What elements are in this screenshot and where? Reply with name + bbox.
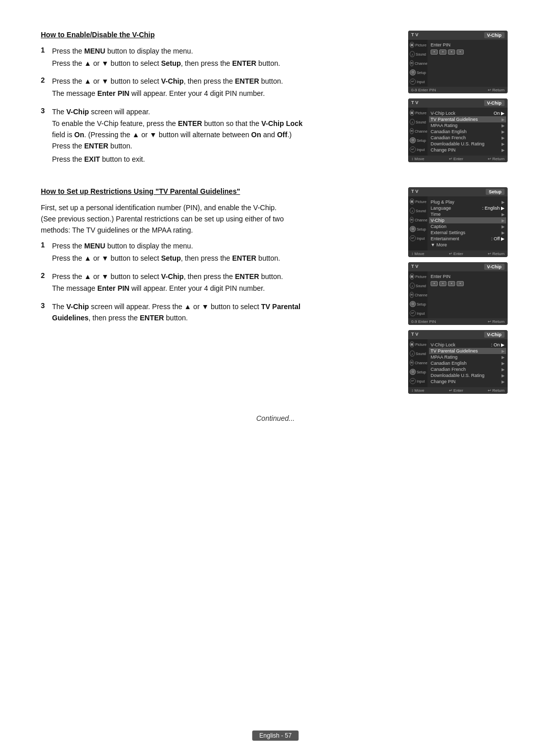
sidebar-label-picture-5: Picture: [415, 343, 427, 346]
tv-sidebar-2: ▣ Picture ♪ Sound ≋ Channel ⚙: [408, 108, 428, 156]
step-1-1: 1 Press the MENU button to display the m…: [41, 46, 393, 70]
menu-arrow-tvparental5: ▶: [502, 349, 505, 354]
sidebar-sound-5: ♪ Sound: [410, 350, 426, 357]
step2-text-3: The V-Chip screen will appear. Press the…: [52, 301, 393, 324]
menu-row-downloadable5: Downloadable U.S. Rating ▶: [431, 372, 505, 379]
sidebar-label-picture: Picture: [415, 43, 427, 47]
sidebar-sound-4: ♪ Sound: [410, 283, 426, 289]
menu-label-tvparental5: TV Parental Guidelines: [431, 348, 478, 354]
sidebar-input-3: ↵ Input: [410, 235, 426, 241]
tv-screen-5-main: V-Chip Lock : On ▶ TV Parental Guideline…: [428, 339, 508, 387]
sidebar-channel: ≋ Channel: [410, 60, 426, 66]
pin-dot-4: *: [457, 49, 464, 55]
tv-screen-1-main: Enter PIN * * * *: [428, 40, 508, 87]
sidebar-label-picture-3: Picture: [415, 200, 427, 204]
menu-row-canenglish5: Canadian English ▶: [431, 360, 505, 366]
sound-icon-4: ♪: [410, 283, 415, 289]
menu-label-canfrench5: Canadian French: [431, 367, 466, 372]
sidebar-picture-2: ▣ Picture: [410, 110, 426, 116]
footer-right-4: ↩ Return: [488, 319, 505, 324]
step-number-1: 1: [41, 46, 52, 54]
sound-icon-5: ♪: [410, 350, 415, 357]
tv-screen-1-body: ▣ Picture ♪ Sound ≋ Channel ⚙: [408, 40, 508, 87]
sidebar-label-setup-2: Setup: [417, 139, 426, 142]
tv-screen-4-main: Enter PIN * * * *: [428, 271, 508, 318]
tv-screen-1-header: T V V-Chip: [408, 31, 508, 40]
step-2-1: 1 Press the MENU button to display the m…: [41, 241, 393, 265]
sidebar-picture: ▣ Picture: [410, 42, 426, 48]
sidebar-label-channel: Channel: [415, 62, 428, 65]
tv-screen-2: T V V-Chip ▣ Picture ♪ Sound: [408, 98, 508, 162]
menu-label-canenglish: Canadian English: [431, 129, 467, 134]
channel-icon-4: ≋: [410, 292, 414, 298]
tv-screen-4: T V V-Chip ▣ Picture ♪ Sound: [408, 262, 508, 325]
menu-row-language: Language : English ▶: [431, 205, 505, 211]
menu-arrow-mpaa: ▶: [502, 123, 505, 128]
tv-screen-4-body: ▣ Picture ♪ Sound ≋ Channel ⚙: [408, 271, 508, 318]
tv-main-title-1: Enter PIN: [431, 42, 505, 47]
menu-label-changepin: Change PIN: [431, 147, 456, 153]
menu-arrow-plugplay: ▶: [502, 200, 505, 205]
menu-label-entertainment: Entertainment: [431, 236, 459, 241]
sidebar-label-input-4: Input: [417, 312, 425, 315]
channel-icon-3: ≋: [410, 217, 414, 223]
pin-dot-4-2: *: [439, 281, 446, 286]
section2-screenshots: T V Setup ▣ Picture ♪ Sound: [408, 187, 510, 394]
sidebar-input: ↵ Input: [410, 79, 426, 85]
step2-text-2: Press the ▲ or ▼ button to select V-Chip…: [52, 271, 393, 295]
menu-row-plugplay: Plug & Play ▶: [431, 199, 505, 205]
tv-sidebar-4: ▣ Picture ♪ Sound ≋ Channel ⚙: [408, 271, 428, 318]
setup-icon-2: ⚙: [410, 137, 416, 143]
tv-screen-3-main: Plug & Play ▶ Language : English ▶ Time …: [428, 196, 508, 250]
menu-arrow-downloadable: ▶: [502, 142, 505, 146]
sidebar-input-2: ↵ Input: [410, 146, 426, 153]
menu-label-vchiplock: V-Chip Lock: [431, 111, 456, 116]
menu-arrow-canfrench: ▶: [502, 136, 505, 140]
tv-screen-5-footer: ↕ Move ↵ Enter ↩ Return: [408, 387, 508, 394]
step-1-3: 3 The V-Chip screen will appear. To enab…: [41, 107, 393, 166]
pin-dot-3: *: [448, 49, 455, 55]
tv-label-2: T V: [411, 100, 418, 106]
section2-intro: First, set up a personal identification …: [41, 203, 393, 236]
tv-title-3: Setup: [486, 189, 505, 195]
sidebar-label-sound: Sound: [416, 53, 426, 56]
sidebar-label-sound-4: Sound: [416, 284, 426, 288]
input-icon-4: ↵: [410, 310, 416, 316]
tv-main-title-4: Enter PIN: [431, 274, 505, 279]
menu-label-mpaa5: MPAA Rating: [431, 355, 458, 360]
menu-label-time: Time: [431, 212, 441, 217]
tv-screen-2-footer: ↕ Move ↵ Enter ↩ Return: [408, 156, 508, 162]
footer-right-2: ↩ Return: [488, 157, 505, 161]
sidebar-label-setup-3: Setup: [417, 228, 426, 231]
tv-screen-2-main: V-Chip Lock On ▶ TV Parental Guidelines …: [428, 108, 508, 156]
picture-icon-5: ▣: [410, 341, 414, 347]
sidebar-picture-5: ▣ Picture: [410, 341, 426, 347]
section1: How to Enable/Disable the V-Chip 1 Press…: [41, 31, 510, 172]
footer-left-1: 0-9 Enter PIN: [411, 88, 436, 92]
step-text-2: Press the ▲ or ▼ button to select V-Chip…: [52, 76, 393, 100]
menu-row-canenglish: Canadian English ▶: [431, 129, 505, 135]
tv-label-1: T V: [411, 32, 418, 38]
menu-value-vchiplock: On ▶: [493, 111, 505, 116]
setup-icon-4: ⚙: [410, 301, 416, 307]
footer-right-3: ↩ Return: [488, 251, 505, 256]
channel-icon-2: ≋: [410, 128, 414, 134]
pin-dot-1: *: [431, 49, 438, 55]
sidebar-label-sound-5: Sound: [416, 352, 426, 356]
sidebar-label-sound-3: Sound: [416, 209, 426, 213]
menu-arrow-mpaa5: ▶: [502, 355, 505, 360]
menu-label-external: External Settings: [431, 230, 465, 235]
continued-text: Continued...: [41, 414, 510, 422]
step2-number-2: 2: [41, 271, 52, 280]
menu-row-changepin5: Change PIN ▶: [431, 379, 505, 385]
step-text-3: The V-Chip screen will appear. To enable…: [52, 107, 393, 166]
tv-title-5: V-Chip: [484, 332, 505, 338]
sidebar-channel-3: ≋ Channel: [410, 217, 426, 223]
input-icon-3: ↵: [410, 235, 416, 241]
menu-arrow-tvparental: ▶: [502, 117, 505, 122]
sidebar-label-input-3: Input: [417, 237, 425, 240]
menu-label-more: ▼ More: [431, 242, 447, 247]
pin-dot-4-3: *: [448, 281, 455, 286]
sidebar-setup: ⚙ Setup: [410, 69, 426, 75]
menu-label-vchip3: V-Chip: [431, 218, 444, 223]
